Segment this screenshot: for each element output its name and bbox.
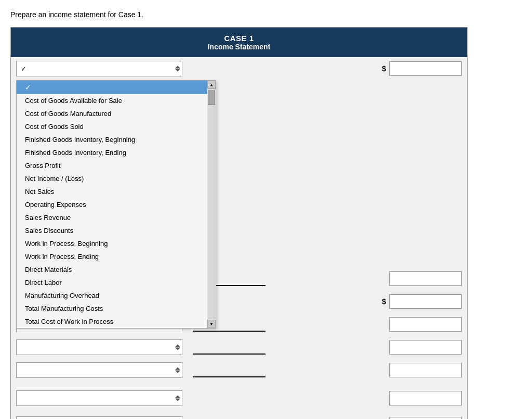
dropdown-item-14[interactable]: Direct Labor <box>17 276 207 289</box>
scroll-down-btn[interactable]: ▼ <box>207 320 216 328</box>
dropdown-item-5[interactable]: Gross Profit <box>17 159 207 172</box>
form-row-blank-1 <box>11 387 467 410</box>
header-title: CASE 1 <box>16 34 462 43</box>
mid-input-6[interactable] <box>193 363 265 377</box>
dropdown-item-3[interactable]: Finished Goods Inventory, Beginning <box>17 133 207 146</box>
dropdown-item-11[interactable]: Work in Process, Beginning <box>17 237 207 250</box>
dollar-sign-1: $ <box>382 64 386 73</box>
form-row-1: ✓ $ <box>11 57 467 80</box>
scroll-thumb[interactable] <box>208 90 215 105</box>
form-row-6 <box>11 359 467 382</box>
dropdown-item-2[interactable]: Cost of Goods Sold <box>17 120 207 133</box>
statement-header: CASE 1 Income Statement <box>11 28 467 57</box>
select-wrapper-5[interactable] <box>16 339 182 355</box>
dropdown-item-15[interactable]: Manufacturing Overhead <box>17 289 207 302</box>
select-wrapper-blank-1[interactable] <box>16 390 182 406</box>
dropdown-item-10[interactable]: Sales Discounts <box>17 224 207 237</box>
value-input-2[interactable] <box>389 271 462 286</box>
mid-input-5[interactable] <box>193 340 265 355</box>
value-input-blank-2[interactable] <box>389 417 462 419</box>
form-row-5 <box>11 336 467 359</box>
line-item-select-1[interactable]: ✓ <box>16 61 182 76</box>
select-wrapper-6[interactable] <box>16 362 182 378</box>
header-subtitle: Income Statement <box>16 43 462 51</box>
select-wrapper-blank-2[interactable] <box>16 416 182 419</box>
dropdown-item-7[interactable]: Net Sales <box>17 185 207 198</box>
line-item-select-5[interactable] <box>16 339 182 355</box>
dropdown-item-13[interactable]: Direct Materials <box>17 263 207 276</box>
form-row-blank-2 <box>11 413 467 419</box>
page-instruction: Prepare an income statement for Case 1. <box>10 10 522 19</box>
dropdown-overlay[interactable]: ✓ Cost of Goods Available for Sale Cost … <box>16 80 216 329</box>
value-input-6[interactable] <box>389 363 462 377</box>
dropdown-item-9[interactable]: Sales Revenue <box>17 211 207 224</box>
dropdown-item-6[interactable]: Net Income / (Loss) <box>17 172 207 185</box>
value-input-blank-1[interactable] <box>389 391 462 405</box>
dropdown-scrollbar[interactable]: ▲ ▼ <box>207 81 216 328</box>
dropdown-item-17[interactable]: Total Cost of Work in Process <box>17 315 207 328</box>
dropdown-item-0[interactable]: Cost of Goods Available for Sale <box>17 94 207 107</box>
dollar-sign-3: $ <box>382 297 386 306</box>
dropdown-item-8[interactable]: Operating Expenses <box>17 198 207 211</box>
dropdown-item-selected[interactable]: ✓ <box>17 81 207 94</box>
line-item-select-blank-2[interactable] <box>16 416 182 419</box>
dropdown-item-4[interactable]: Finished Goods Inventory, Ending <box>17 146 207 159</box>
scroll-up-btn[interactable]: ▲ <box>207 81 216 89</box>
dropdown-item-16[interactable]: Total Manufacturing Costs <box>17 302 207 315</box>
value-input-4[interactable] <box>389 317 462 332</box>
line-item-select-blank-1[interactable] <box>16 390 182 406</box>
value-input-1[interactable] <box>389 61 462 76</box>
value-input-5[interactable] <box>389 340 462 355</box>
value-input-3[interactable] <box>389 294 462 309</box>
dropdown-item-1[interactable]: Cost of Goods Manufactured <box>17 107 207 120</box>
checkmark-icon: ✓ <box>25 83 31 91</box>
scroll-track <box>208 89 215 319</box>
dropdown-item-12[interactable]: Work in Process, Ending <box>17 250 207 263</box>
line-item-select-6[interactable] <box>16 362 182 378</box>
form-area: ✓ $ ✓ Cost of Goods Available for Sale C… <box>11 57 467 419</box>
select-wrapper-1[interactable]: ✓ <box>16 61 182 76</box>
income-statement-container: CASE 1 Income Statement ✓ $ ✓ <box>10 27 468 419</box>
